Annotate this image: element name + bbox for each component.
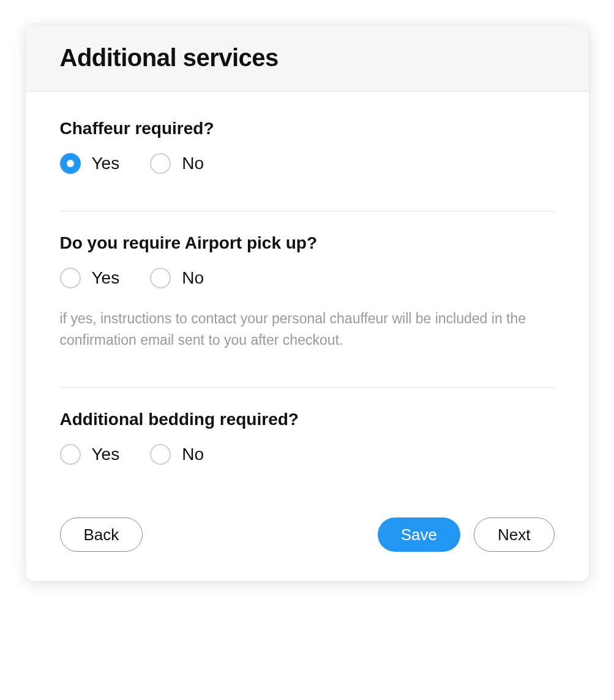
radio-unselected-icon xyxy=(150,268,171,288)
radio-selected-icon xyxy=(60,153,81,174)
radio-airport-yes[interactable]: Yes xyxy=(60,268,120,288)
question-airport: Do you require Airport pick up? Yes No i… xyxy=(60,233,555,372)
radio-label: Yes xyxy=(92,268,120,288)
save-button[interactable]: Save xyxy=(378,517,460,552)
airport-helper-text: if yes, instructions to contact your per… xyxy=(60,308,555,350)
radio-label: No xyxy=(182,445,204,464)
radio-bedding-no[interactable]: No xyxy=(150,444,204,465)
question-bedding-label: Additional bedding required? xyxy=(60,410,555,429)
radio-label: Yes xyxy=(92,445,120,464)
radio-unselected-icon xyxy=(150,444,171,465)
radio-label: No xyxy=(182,268,204,288)
radio-label: No xyxy=(182,154,204,173)
radio-unselected-icon xyxy=(150,153,171,174)
question-bedding: Additional bedding required? Yes No xyxy=(60,410,555,487)
radio-label: Yes xyxy=(92,154,120,173)
question-chauffeur-label: Chaffeur required? xyxy=(60,119,555,138)
radio-unselected-icon xyxy=(60,444,81,465)
next-button[interactable]: Next xyxy=(474,517,554,552)
card-body: Chaffeur required? Yes No Do you require… xyxy=(26,92,589,581)
radio-chauffeur-no[interactable]: No xyxy=(150,153,204,174)
additional-services-card: Additional services Chaffeur required? Y… xyxy=(26,24,589,581)
radio-airport-no[interactable]: No xyxy=(150,268,204,288)
back-button[interactable]: Back xyxy=(60,517,143,552)
radio-group-chauffeur: Yes No xyxy=(60,153,555,174)
divider xyxy=(60,211,555,211)
radio-chauffeur-yes[interactable]: Yes xyxy=(60,153,120,174)
radio-group-bedding: Yes No xyxy=(60,444,555,465)
card-header: Additional services xyxy=(26,24,589,92)
divider xyxy=(60,387,555,388)
button-row: Back Save Next xyxy=(60,517,555,552)
radio-bedding-yes[interactable]: Yes xyxy=(60,444,120,465)
question-airport-label: Do you require Airport pick up? xyxy=(60,233,555,253)
card-title: Additional services xyxy=(60,44,555,72)
question-chauffeur: Chaffeur required? Yes No xyxy=(60,119,555,196)
radio-group-airport: Yes No xyxy=(60,268,555,288)
radio-unselected-icon xyxy=(60,268,81,288)
